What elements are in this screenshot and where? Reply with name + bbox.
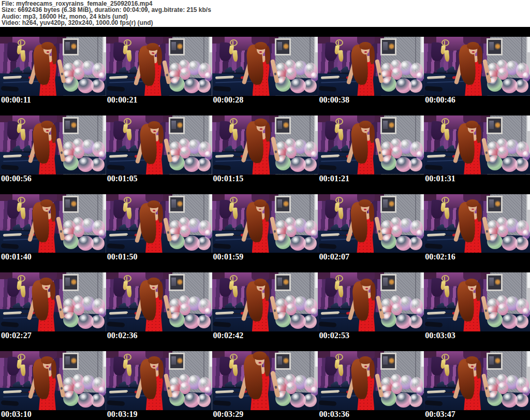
frame-timestamp: 00:03:29	[213, 410, 244, 419]
contact-sheet: File: myfreecams_roxyrains_female_250920…	[0, 0, 530, 420]
person-figure	[135, 357, 176, 410]
person-figure	[347, 279, 388, 331]
hair-crown	[148, 278, 160, 285]
thumbnail-cell: 00:03:10	[0, 341, 106, 420]
balloon	[409, 158, 422, 171]
person-figure	[241, 279, 282, 331]
frame-timestamp: 00:00:56	[1, 174, 32, 183]
thumbnail-cell: 00:01:21	[318, 106, 424, 184]
frame-timestamp: 00:00:21	[107, 95, 138, 105]
balloon	[197, 158, 211, 171]
video-frame-thumbnail	[0, 115, 106, 175]
frame-timestamp: 00:03:03	[425, 331, 455, 340]
forearm-tattoo	[274, 73, 276, 76]
person-lips	[46, 209, 48, 210]
hair-crown	[254, 119, 267, 127]
thumbnail-cell: 00:03:03	[424, 263, 530, 341]
thumbnail-cell: 00:01:15	[212, 106, 318, 184]
thumbnail-cell: 00:03:47	[424, 341, 530, 420]
hair-crown	[148, 200, 160, 208]
person-lips	[365, 288, 368, 289]
frame-timestamp: 00:01:40	[1, 252, 32, 262]
file-size-line: Size: 6692436 bytes (6.38 MiB), duration…	[2, 7, 530, 13]
wall-bright-sliver	[527, 272, 530, 288]
person-lips	[364, 130, 367, 132]
person-figure	[452, 279, 493, 331]
balloon	[197, 79, 211, 93]
person-figure	[26, 278, 68, 331]
hair-crown	[40, 199, 53, 207]
thumbnail-cell: 00:02:16	[424, 184, 530, 263]
hair-crown	[146, 43, 159, 51]
video-frame-thumbnail	[424, 37, 530, 96]
wall-bright-sliver	[527, 37, 530, 52]
hair-crown	[466, 199, 479, 207]
hair-crown	[466, 121, 478, 128]
person-lips	[259, 209, 261, 210]
person-lips	[364, 208, 366, 210]
forearm-tattoo	[485, 309, 488, 312]
video-frame-thumbnail	[106, 115, 212, 175]
video-frame-thumbnail	[318, 115, 424, 175]
person-right-arm	[481, 296, 490, 321]
dark-object	[319, 243, 337, 249]
frame-timestamp: 00:01:50	[107, 252, 138, 262]
person-right-arm	[481, 138, 490, 162]
person-lips	[259, 51, 262, 53]
hair-crown	[41, 356, 53, 364]
balloon	[303, 158, 317, 171]
thumbnail-grid: 00:00:11	[0, 27, 530, 420]
forearm-tattoo	[60, 387, 63, 390]
person-right-arm	[376, 296, 385, 320]
thumbnail-cell: 00:00:28	[212, 27, 318, 106]
tassel-loop	[124, 197, 131, 204]
frame-timestamp: 00:03:36	[319, 410, 349, 419]
person-right-arm	[56, 373, 65, 398]
thumbnail-cell: 00:01:40	[0, 184, 106, 263]
frame-timestamp: 00:02:42	[213, 331, 244, 340]
wall-bright-sliver	[527, 351, 530, 367]
person-right-arm	[375, 373, 384, 398]
person-figure	[134, 278, 175, 331]
frame-timestamp: 00:02:27	[1, 331, 32, 340]
thumbnail-cell: 00:02:27	[0, 263, 106, 341]
video-frame-thumbnail	[0, 194, 106, 253]
person-figure	[134, 201, 175, 253]
video-frame-thumbnail	[424, 351, 530, 410]
hair-crown	[359, 42, 372, 50]
hair-crown	[467, 42, 479, 50]
person-figure	[345, 200, 387, 253]
person-right-arm	[270, 296, 278, 321]
person-figure	[28, 42, 69, 96]
forearm-tattoo	[167, 152, 170, 155]
hair-crown	[465, 279, 478, 286]
dark-object	[213, 243, 231, 249]
person-lips	[45, 287, 48, 288]
forearm-tattoo	[379, 387, 381, 390]
person-lips	[258, 362, 261, 364]
person-right-arm	[375, 59, 384, 83]
person-figure	[453, 200, 494, 253]
thumbnail-cell: 00:01:59	[212, 184, 318, 263]
forearm-tattoo	[379, 151, 381, 154]
person-right-arm	[270, 371, 280, 398]
forearm-tattoo	[273, 309, 276, 312]
frame-timestamp: 00:00:11	[1, 95, 31, 105]
video-frame-thumbnail	[106, 194, 212, 253]
person-lips	[259, 288, 261, 289]
forearm-tattoo	[486, 230, 489, 233]
dark-object	[1, 243, 19, 249]
balloon	[91, 158, 105, 171]
person-figure	[27, 357, 69, 410]
video-frame-thumbnail	[106, 351, 212, 410]
person-right-arm	[481, 373, 490, 398]
video-frame-thumbnail	[0, 351, 106, 410]
person-right-arm	[55, 295, 64, 320]
thumbnail-cell: 00:02:07	[318, 184, 424, 263]
thumbnail-cell: 00:02:53	[318, 263, 424, 341]
person-lips	[364, 51, 367, 53]
frame-timestamp: 00:02:16	[425, 252, 455, 262]
balloon	[197, 315, 211, 328]
forearm-tattoo	[61, 73, 63, 76]
person-figure	[240, 119, 283, 175]
